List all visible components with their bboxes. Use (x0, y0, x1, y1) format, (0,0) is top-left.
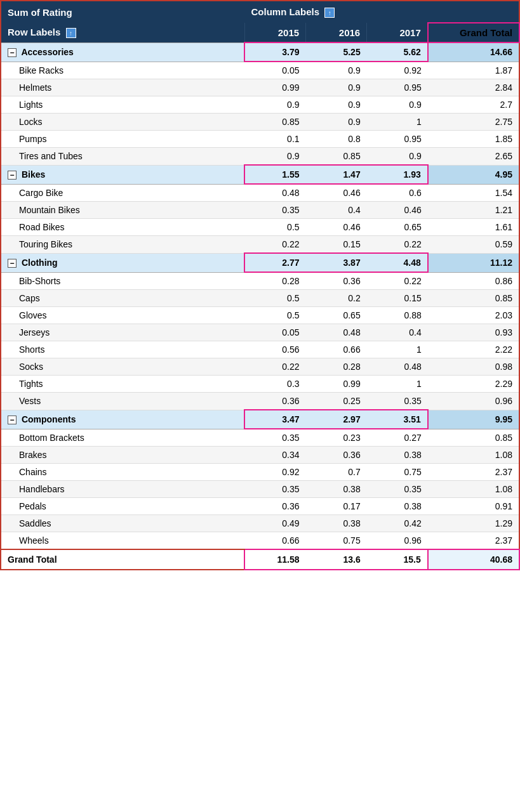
detail-val-2017: 0.6 (367, 184, 428, 202)
detail-val-2016: 0.36 (306, 447, 367, 464)
group-row-clothing: − Clothing 2.77 3.87 4.48 11.12 (1, 253, 519, 272)
header-top-row: Sum of Rating Column Labels ↑ (1, 1, 519, 23)
detail-val-2015: 0.5 (244, 307, 305, 324)
table-row: Pumps 0.1 0.8 0.95 1.85 (1, 131, 519, 148)
detail-val-2016: 0.4 (306, 202, 367, 219)
detail-grand-total: 2.37 (428, 464, 519, 481)
group-row-bikes: − Bikes 1.55 1.47 1.93 4.95 (1, 165, 519, 184)
detail-val-2015: 0.9 (244, 96, 305, 114)
collapse-icon[interactable]: − (8, 416, 17, 424)
detail-val-2016: 0.36 (306, 272, 367, 290)
detail-label: Wheels (1, 532, 244, 550)
group-val-2015: 1.55 (244, 165, 305, 184)
detail-label: Lights (1, 96, 244, 114)
group-val-2016: 2.97 (306, 410, 367, 429)
table-row: Brakes 0.34 0.36 0.38 1.08 (1, 447, 519, 464)
detail-grand-total: 2.75 (428, 114, 519, 131)
detail-val-2016: 0.75 (306, 532, 367, 550)
column-sort-icon[interactable]: ↑ (324, 8, 335, 18)
detail-label: Pumps (1, 131, 244, 148)
grand-total-header-spacer (428, 1, 519, 23)
detail-val-2016: 0.46 (306, 219, 367, 236)
sum-of-rating-label: Sum of Rating (1, 1, 244, 23)
detail-val-2017: 0.95 (367, 131, 428, 148)
detail-val-2017: 0.48 (367, 358, 428, 376)
detail-grand-total: 0.85 (428, 290, 519, 307)
detail-val-2016: 0.8 (306, 131, 367, 148)
detail-val-2016: 0.38 (306, 515, 367, 532)
detail-val-2016: 0.17 (306, 498, 367, 515)
detail-label: Tires and Tubes (1, 148, 244, 166)
collapse-icon[interactable]: − (8, 48, 17, 57)
table-row: Tires and Tubes 0.9 0.85 0.9 2.65 (1, 148, 519, 166)
detail-val-2015: 0.22 (244, 236, 305, 254)
table-row: Wheels 0.66 0.75 0.96 2.37 (1, 532, 519, 550)
detail-val-2016: 0.66 (306, 341, 367, 358)
detail-val-2015: 0.05 (244, 324, 305, 341)
detail-label: Bike Racks (1, 62, 244, 79)
header-2016: 2016 (306, 23, 367, 43)
detail-grand-total: 1.61 (428, 219, 519, 236)
table-row: Locks 0.85 0.9 1 2.75 (1, 114, 519, 131)
grand-total-val-2015: 11.58 (244, 549, 305, 570)
detail-label: Jerseys (1, 324, 244, 341)
group-label: − Components (1, 410, 244, 429)
detail-val-2015: 0.28 (244, 272, 305, 290)
detail-val-2015: 0.56 (244, 341, 305, 358)
detail-grand-total: 2.22 (428, 341, 519, 358)
detail-grand-total: 0.93 (428, 324, 519, 341)
detail-val-2017: 0.35 (367, 393, 428, 410)
detail-val-2016: 0.7 (306, 464, 367, 481)
detail-val-2016: 0.2 (306, 290, 367, 307)
group-grand-total: 14.66 (428, 43, 519, 62)
detail-grand-total: 1.29 (428, 515, 519, 532)
detail-grand-total: 0.98 (428, 358, 519, 376)
detail-val-2017: 0.4 (367, 324, 428, 341)
collapse-icon[interactable]: − (8, 171, 17, 180)
collapse-icon[interactable]: − (8, 259, 17, 268)
table-row: Pedals 0.36 0.17 0.38 0.91 (1, 498, 519, 515)
detail-label: Brakes (1, 447, 244, 464)
detail-label: Tights (1, 376, 244, 393)
table-row: Socks 0.22 0.28 0.48 0.98 (1, 358, 519, 376)
detail-grand-total: 2.84 (428, 79, 519, 96)
detail-val-2016: 0.85 (306, 148, 367, 166)
grand-total-val-2017: 15.5 (367, 549, 428, 570)
detail-label: Road Bikes (1, 219, 244, 236)
detail-val-2016: 0.9 (306, 96, 367, 114)
detail-val-2016: 0.48 (306, 324, 367, 341)
table-row: Bottom Brackets 0.35 0.23 0.27 0.85 (1, 429, 519, 447)
table-row: Helmets 0.99 0.9 0.95 2.84 (1, 79, 519, 96)
detail-val-2015: 0.34 (244, 447, 305, 464)
detail-val-2015: 0.48 (244, 184, 305, 202)
group-val-2016: 5.25 (306, 43, 367, 62)
group-val-2017: 3.51 (367, 410, 428, 429)
table-row: Tights 0.3 0.99 1 2.29 (1, 376, 519, 393)
group-val-2017: 5.62 (367, 43, 428, 62)
row-labels-header: Row Labels ↑ (1, 23, 244, 43)
detail-val-2016: 0.9 (306, 114, 367, 131)
header-2017: 2017 (367, 23, 428, 43)
table-row: Road Bikes 0.5 0.46 0.65 1.61 (1, 219, 519, 236)
grand-total-row: Grand Total 11.58 13.6 15.5 40.68 (1, 549, 519, 570)
detail-val-2016: 0.25 (306, 393, 367, 410)
detail-grand-total: 0.86 (428, 272, 519, 290)
group-label: − Bikes (1, 165, 244, 184)
detail-val-2015: 0.1 (244, 131, 305, 148)
detail-grand-total: 2.29 (428, 376, 519, 393)
group-val-2017: 1.93 (367, 165, 428, 184)
detail-label: Saddles (1, 515, 244, 532)
detail-val-2017: 0.9 (367, 96, 428, 114)
column-labels-cell: Column Labels ↑ (244, 1, 427, 23)
group-val-2015: 2.77 (244, 253, 305, 272)
detail-label: Shorts (1, 341, 244, 358)
row-sort-icon[interactable]: ↑ (66, 28, 76, 38)
detail-label: Caps (1, 290, 244, 307)
detail-val-2017: 0.22 (367, 272, 428, 290)
detail-val-2017: 0.35 (367, 481, 428, 498)
table-row: Shorts 0.56 0.66 1 2.22 (1, 341, 519, 358)
detail-val-2015: 0.92 (244, 464, 305, 481)
group-grand-total: 11.12 (428, 253, 519, 272)
detail-val-2015: 0.66 (244, 532, 305, 550)
detail-val-2017: 0.38 (367, 447, 428, 464)
